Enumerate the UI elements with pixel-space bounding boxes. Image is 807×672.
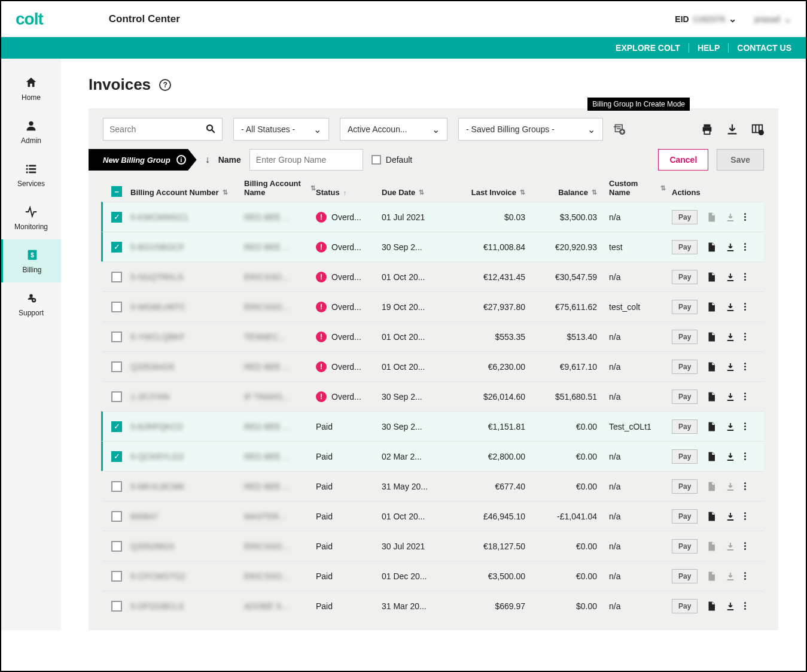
- more-icon[interactable]: [744, 363, 746, 370]
- col-last[interactable]: Last Invoice⇅: [453, 188, 525, 197]
- row-checkbox[interactable]: [111, 332, 122, 342]
- print-icon[interactable]: [701, 123, 714, 136]
- col-bname[interactable]: Billing Account Name⇅: [244, 179, 316, 197]
- pay-button[interactable]: Pay: [672, 569, 698, 583]
- pay-button[interactable]: Pay: [672, 390, 698, 404]
- pay-button[interactable]: Pay: [672, 240, 698, 254]
- document-icon[interactable]: [706, 601, 717, 612]
- sidebar: Home Admin Services Monitoring $ Billing…: [1, 59, 61, 630]
- pay-button[interactable]: Pay: [672, 449, 698, 464]
- row-checkbox[interactable]: [111, 391, 122, 402]
- group-name-input[interactable]: [249, 149, 363, 171]
- nav-help[interactable]: HELP: [689, 43, 729, 53]
- col-custom[interactable]: Custom Name⇅: [597, 179, 666, 197]
- row-checkbox[interactable]: [111, 272, 122, 282]
- more-icon[interactable]: [744, 393, 746, 400]
- sidebar-item-support[interactable]: Support: [1, 282, 61, 326]
- row-checkbox[interactable]: [111, 361, 122, 372]
- saved-groups-filter[interactable]: - Saved Billing Groups - ⌄: [458, 118, 603, 141]
- sidebar-item-home[interactable]: Home: [1, 67, 61, 110]
- more-icon[interactable]: [744, 572, 746, 580]
- document-icon[interactable]: [706, 391, 717, 402]
- user-dropdown[interactable]: prasad ⌄: [754, 13, 791, 25]
- document-icon[interactable]: [706, 272, 717, 282]
- more-icon[interactable]: [744, 512, 746, 520]
- eid-dropdown[interactable]: EID 1162376 ⌄: [675, 13, 736, 25]
- row-checkbox[interactable]: ✓: [111, 212, 122, 223]
- pay-button[interactable]: Pay: [672, 270, 698, 284]
- cancel-button[interactable]: Cancel: [658, 149, 708, 171]
- more-icon[interactable]: [744, 213, 746, 221]
- download-icon[interactable]: [725, 272, 736, 282]
- document-icon[interactable]: [706, 511, 717, 522]
- nav-contact[interactable]: CONTACT US: [729, 43, 791, 53]
- pay-button[interactable]: Pay: [672, 210, 698, 224]
- download-icon[interactable]: [725, 361, 736, 372]
- row-checkbox[interactable]: [111, 511, 122, 522]
- more-icon[interactable]: [744, 602, 746, 610]
- status-value: Paid: [316, 422, 333, 431]
- account-filter[interactable]: Active Accoun... ⌄: [340, 118, 447, 141]
- help-icon[interactable]: ?: [159, 79, 171, 91]
- more-icon[interactable]: [744, 333, 746, 340]
- pay-button[interactable]: Pay: [672, 419, 698, 434]
- info-icon[interactable]: i: [176, 155, 186, 165]
- col-due[interactable]: Due Date⇅: [382, 188, 453, 197]
- pay-button[interactable]: Pay: [672, 599, 698, 613]
- sidebar-item-monitoring[interactable]: Monitoring: [1, 196, 61, 239]
- row-checkbox[interactable]: ✓: [111, 242, 122, 253]
- download-icon[interactable]: [725, 601, 736, 612]
- download-icon[interactable]: [725, 242, 736, 253]
- document-icon[interactable]: [706, 332, 717, 342]
- search-input[interactable]: [109, 124, 193, 134]
- sidebar-item-services[interactable]: Services: [1, 153, 61, 196]
- row-checkbox[interactable]: [111, 541, 122, 552]
- pay-button[interactable]: Pay: [672, 300, 698, 314]
- col-ban[interactable]: Billing Account Number⇅: [130, 188, 244, 197]
- pay-button[interactable]: Pay: [672, 479, 698, 494]
- columns-icon[interactable]: [751, 123, 764, 136]
- pay-button[interactable]: Pay: [672, 539, 698, 554]
- row-checkbox[interactable]: ✓: [111, 451, 122, 462]
- document-icon[interactable]: [706, 451, 717, 462]
- document-icon[interactable]: [706, 302, 717, 312]
- download-icon[interactable]: [726, 123, 739, 136]
- ban-value: 5-CFCWGTG2: [130, 571, 186, 581]
- more-icon[interactable]: [744, 542, 746, 550]
- more-icon[interactable]: [744, 273, 746, 281]
- sidebar-item-admin[interactable]: Admin: [1, 110, 61, 153]
- document-icon[interactable]: [706, 361, 717, 372]
- more-icon[interactable]: [744, 482, 746, 490]
- download-icon[interactable]: [725, 511, 736, 522]
- more-icon[interactable]: [744, 422, 746, 430]
- download-icon[interactable]: [725, 391, 736, 402]
- search-box[interactable]: [103, 118, 223, 141]
- row-checkbox[interactable]: ✓: [111, 421, 122, 432]
- nav-explore[interactable]: EXPLORE COLT: [607, 43, 689, 53]
- search-icon[interactable]: [205, 123, 216, 136]
- sidebar-item-billing[interactable]: $ Billing: [1, 239, 61, 282]
- pay-button[interactable]: Pay: [672, 360, 698, 374]
- download-icon[interactable]: [725, 421, 736, 432]
- document-icon[interactable]: [706, 242, 717, 253]
- row-checkbox[interactable]: [111, 571, 122, 582]
- document-icon[interactable]: [706, 421, 717, 432]
- download-icon[interactable]: [725, 302, 736, 312]
- select-all-checkbox[interactable]: −: [111, 186, 122, 197]
- more-icon[interactable]: [744, 243, 746, 251]
- row-checkbox[interactable]: [111, 302, 122, 312]
- more-icon[interactable]: [744, 452, 746, 460]
- col-status[interactable]: Status↑: [316, 188, 382, 197]
- status-filter[interactable]: - All Statuses - ⌄: [233, 118, 329, 141]
- download-icon[interactable]: [725, 332, 736, 342]
- col-bal[interactable]: Balance⇅: [525, 188, 597, 197]
- add-group-icon[interactable]: [614, 123, 626, 135]
- row-checkbox[interactable]: [111, 601, 122, 612]
- save-button[interactable]: Save: [717, 149, 764, 171]
- pay-button[interactable]: Pay: [672, 330, 698, 344]
- pay-button[interactable]: Pay: [672, 509, 698, 524]
- row-checkbox[interactable]: [111, 481, 122, 492]
- more-icon[interactable]: [744, 303, 746, 311]
- download-icon[interactable]: [725, 451, 736, 462]
- default-checkbox[interactable]: Default: [371, 155, 412, 165]
